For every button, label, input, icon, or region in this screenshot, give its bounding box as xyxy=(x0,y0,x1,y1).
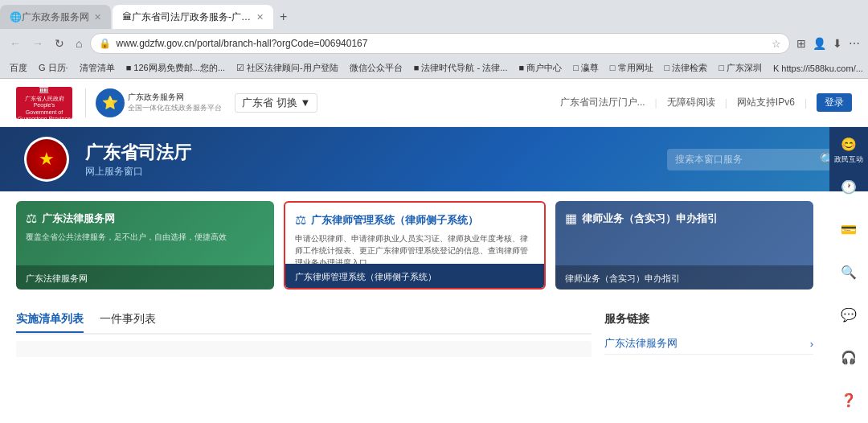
tab-close-2[interactable]: ✕ xyxy=(256,12,264,23)
bookmark-checklist[interactable]: 清管清单 xyxy=(76,61,118,75)
gov-logo: 🏛 广东省人民政府 People's Government of Guangdo… xyxy=(16,87,72,119)
bookmark-calendar[interactable]: G 日历· xyxy=(35,61,72,75)
query-label: 我要查询 xyxy=(834,282,863,293)
guangdong-gov-logo: 🏛 广东省人民政府 People's Government of Guangdo… xyxy=(16,87,72,119)
service-links-title: 服务链接 xyxy=(604,312,813,326)
appointment-icon: 🕐 xyxy=(841,179,857,195)
tab-favicon-2: 🏛 xyxy=(122,11,132,23)
download-icon[interactable]: ⬇ xyxy=(831,35,844,51)
appointment-label: 我要预约 xyxy=(834,197,863,207)
service-link-text: 广东法律服务网 xyxy=(604,336,678,351)
tab-shimingdan[interactable]: 实施清单列表 xyxy=(16,312,84,333)
sidebar-item-payment[interactable]: 💳 我要缴费 xyxy=(829,216,868,257)
card1-footer: 广东法律服务网 xyxy=(16,265,274,290)
sidebar-item-appointment[interactable]: 🕐 我要预约 xyxy=(829,173,868,214)
card2-footer: 广东律师管理系统（律师侧子系统） xyxy=(285,264,543,288)
card3-title: 律师业务（含实习）申办指引 xyxy=(582,212,718,226)
login-button[interactable]: 登录 xyxy=(817,93,852,112)
payment-label: 我要缴费 xyxy=(834,240,863,250)
sidebar-item-consultation[interactable]: 💬 咨询诉讼 xyxy=(829,301,868,342)
bookmark-legal-nav[interactable]: ■ 法律时代导航 - 法律... xyxy=(411,61,511,75)
tab-favicon: 🌐 xyxy=(10,11,22,23)
province-switch: 切换 ▼ xyxy=(276,96,310,110)
bookmark-yingzun[interactable]: □ 瀛尊 xyxy=(570,61,602,75)
home-button[interactable]: ⌂ xyxy=(72,35,85,51)
gov-logo-text: 广东省人民政府 People's Government of Guangdong… xyxy=(18,96,71,123)
card-lawyer-management[interactable]: ⚖ 广东律师管理系统（律师侧子系统） 申请公职律师、申请律师执业人员实习证、律师… xyxy=(284,201,545,290)
extensions-icon[interactable]: ⊞ xyxy=(795,35,808,51)
search-input[interactable] xyxy=(675,154,815,165)
card2-title: 广东律师管理系统（律师侧子系统） xyxy=(311,213,478,228)
bookmark-common-urls[interactable]: □ 常用网址 xyxy=(607,61,657,75)
consultation-icon: 💬 xyxy=(841,307,857,322)
card-lawyer-guide[interactable]: ▦ 律师业务（含实习）申办指引 律师业务（含实习）申办指引 xyxy=(555,201,813,290)
emblem-star: ★ xyxy=(39,149,55,170)
sidebar-item-query[interactable]: 🔍 我要查询 xyxy=(829,258,868,299)
browser-chrome: 🌐 广东政务服务网 ✕ 🏛 广东省司法厅政务服务-广东政务... ✕ + ← →… xyxy=(0,0,868,79)
lock-icon: 🔒 xyxy=(99,38,111,49)
card-legal-service[interactable]: ⚖ 广东法律服务网 覆盖全省公共法律服务，足不出户，自由选择，便捷高效 广东法律… xyxy=(16,201,274,290)
header-left: 🏛 广东省人民政府 People's Government of Guangdo… xyxy=(16,87,317,119)
bookmark-baidu[interactable]: 百度 xyxy=(6,61,31,75)
tab-close-1[interactable]: ✕ xyxy=(94,12,101,23)
card3-footer: 律师业务（含实习）申办指引 xyxy=(555,265,813,290)
accessibility-link[interactable]: 无障碍阅读 xyxy=(667,96,715,109)
tab-title-2: 广东省司法厅政务服务-广东政务... xyxy=(132,10,252,24)
settings-icon[interactable]: ⋯ xyxy=(847,35,862,51)
citizen-label: 政民互动 xyxy=(834,154,863,165)
card1-footer-text: 广东法律服务网 xyxy=(26,273,88,283)
list-content-area xyxy=(16,341,592,357)
bookmark-126mail[interactable]: ■ 126网易免费邮...您的... xyxy=(123,61,228,75)
bookmark-wechat[interactable]: 微信公众平台 xyxy=(346,61,406,75)
tab-yijianshi[interactable]: 一件事列表 xyxy=(100,312,156,333)
tab-inactive[interactable]: 🌐 广东政务服务网 ✕ xyxy=(0,5,111,29)
ai-icon: 🎧 xyxy=(841,350,857,365)
ai-label: 智能客服 xyxy=(834,368,863,378)
address-bar[interactable]: 🔒 www.gdzfw.gov.cn/portal/branch-hall?or… xyxy=(90,33,790,54)
nav-portal-link[interactable]: 广东省司法厅门户... xyxy=(560,96,645,109)
hero-search[interactable]: 🔍 xyxy=(667,149,844,170)
address-text: www.gdzfw.gov.cn/portal/branch-hall?orgC… xyxy=(116,38,767,49)
service-text: 广东政务服务网 全国一体化在线政务服务平台 xyxy=(128,92,222,113)
address-bar-row: ← → ↻ ⌂ 🔒 www.gdzfw.gov.cn/portal/branch… xyxy=(0,29,868,58)
bottom-tab-nav: 实施清单列表 一件事列表 xyxy=(16,312,592,335)
bookmark-legal-community[interactable]: ☑ 社区法律顾问-用户登陆 xyxy=(233,61,342,75)
bookmark-legal-search[interactable]: □ 法律检索 xyxy=(661,61,711,75)
bookmark-merchant[interactable]: ■ 商户中心 xyxy=(515,61,565,75)
emblem-inner: ★ xyxy=(27,139,67,179)
bookmark-guangdong[interactable]: □ 广东深圳 xyxy=(715,61,765,75)
ipv6-link[interactable]: 网站支持IPv6 xyxy=(737,96,795,109)
star-icon[interactable]: ☆ xyxy=(772,38,781,50)
new-tab-button[interactable]: + xyxy=(273,6,293,27)
hero-subtitle: 网上服务窗口 xyxy=(85,165,191,179)
hero-title: 广东省司法厅 xyxy=(85,141,191,165)
card1-title: 广东法律服务网 xyxy=(42,212,115,226)
province-selector[interactable]: 广东省 切换 ▼ xyxy=(235,93,317,113)
bottom-left: 实施清单列表 一件事列表 xyxy=(16,312,592,357)
card1-desc: 覆盖全省公共法律服务，足不出户，自由选择，便捷高效 xyxy=(26,231,264,243)
bookmarks-bar: 百度 G 日历· 清管清单 ■ 126网易免费邮...您的... ☑ 社区法律顾… xyxy=(0,58,868,79)
consultation-label: 咨询诉讼 xyxy=(834,325,863,335)
sidebar-item-citizen[interactable]: 😊 政民互动 xyxy=(829,130,868,171)
back-button[interactable]: ← xyxy=(6,35,24,51)
header-right: 广东省司法厅门户... | 无障碍阅读 | 网站支持IPv6 | 登录 xyxy=(560,93,852,112)
service-link-legal[interactable]: 广东法律服务网 › xyxy=(604,333,813,355)
citizen-icon: 😊 xyxy=(841,137,857,152)
sidebar-item-ai[interactable]: 🎧 智能客服 xyxy=(829,343,868,384)
bookmark-i588[interactable]: K https://i588ku.com/... xyxy=(770,63,866,74)
card3-footer-text: 律师业务（含实习）申办指引 xyxy=(565,273,680,283)
card2-icon: ⚖ xyxy=(295,212,306,228)
tab-active[interactable]: 🏛 广东省司法厅政务服务-广东政务... ✕ xyxy=(113,5,273,29)
service-link-arrow: › xyxy=(810,338,813,350)
forward-button[interactable]: → xyxy=(29,35,47,51)
card2-footer-text: 广东律师管理系统（律师侧子系统） xyxy=(295,272,436,281)
account-icon[interactable]: 👤 xyxy=(811,35,828,51)
card1-icon: ⚖ xyxy=(26,211,37,226)
hero-emblem: ★ xyxy=(24,137,69,182)
tab-bar: 🌐 广东政务服务网 ✕ 🏛 广东省司法厅政务服务-广东政务... ✕ + xyxy=(0,0,868,29)
sidebar-item-help[interactable]: ❓ 帮助中心 xyxy=(829,386,868,423)
arrow-indicator xyxy=(405,288,424,290)
page-content: 🏛 广东省人民政府 People's Government of Guangdo… xyxy=(0,79,868,423)
hero-section: ★ 广东省司法厅 网上服务窗口 🔍 😊 政民互动 🕐 我要预约 💳 我要缴费 xyxy=(0,127,868,191)
refresh-button[interactable]: ↻ xyxy=(51,35,68,51)
